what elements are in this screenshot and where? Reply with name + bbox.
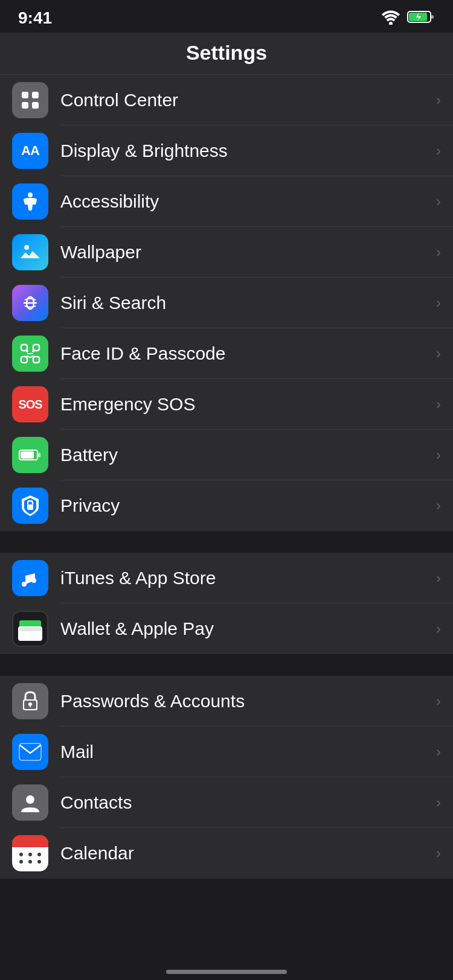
status-icons	[381, 9, 435, 27]
svg-rect-12	[21, 345, 27, 351]
svg-rect-13	[33, 345, 39, 351]
settings-row-passwords[interactable]: Passwords & Accounts ›	[0, 676, 453, 727]
display-brightness-label: Display & Brightness	[60, 141, 430, 161]
page-title: Settings	[186, 41, 267, 64]
svg-rect-15	[33, 357, 39, 363]
svg-rect-6	[22, 102, 28, 109]
settings-row-wallet[interactable]: Wallet & Apple Pay ›	[0, 603, 453, 654]
itunes-chevron: ›	[436, 570, 441, 587]
settings-row-display-brightness[interactable]: AA Display & Brightness ›	[0, 126, 453, 176]
emergency-sos-icon: SOS	[12, 386, 48, 422]
wallet-chevron: ›	[436, 620, 441, 637]
face-id-chevron: ›	[436, 345, 441, 362]
settings-row-accessibility[interactable]: Accessibility ›	[0, 176, 453, 227]
display-brightness-chevron: ›	[436, 142, 441, 159]
settings-row-wallpaper[interactable]: Wallpaper ›	[0, 227, 453, 278]
contacts-chevron: ›	[436, 794, 441, 811]
svg-rect-14	[21, 357, 27, 363]
contacts-icon	[12, 784, 48, 821]
settings-row-contacts[interactable]: Contacts ›	[0, 777, 453, 828]
svg-point-48	[28, 860, 32, 864]
svg-rect-3	[431, 15, 434, 19]
settings-row-mail[interactable]: Mail ›	[0, 727, 453, 777]
wallpaper-label: Wallpaper	[60, 242, 430, 262]
svg-point-9	[24, 245, 29, 250]
svg-point-8	[28, 192, 33, 197]
status-bar: 9:41	[0, 0, 453, 33]
display-brightness-icon: AA	[12, 133, 48, 169]
svg-rect-5	[32, 92, 39, 98]
nav-bar: Settings	[0, 33, 453, 75]
settings-group-3: Passwords & Accounts › Mail ›	[0, 676, 453, 879]
contacts-label: Contacts	[60, 792, 430, 813]
settings-group-2: iTunes & App Store › Wallet & Apple Pay …	[0, 553, 453, 654]
settings-row-emergency-sos[interactable]: SOS Emergency SOS ›	[0, 379, 453, 430]
control-center-icon	[12, 82, 48, 118]
battery-setting-icon	[12, 437, 48, 473]
status-time: 9:41	[18, 8, 52, 28]
settings-row-itunes[interactable]: iTunes & App Store ›	[0, 553, 453, 603]
wallet-label: Wallet & Apple Pay	[60, 619, 430, 639]
passwords-icon	[12, 683, 48, 719]
wallet-icon	[12, 611, 48, 647]
settings-row-calendar[interactable]: Calendar ›	[0, 828, 453, 879]
settings-row-control-center[interactable]: Control Center ›	[0, 75, 453, 126]
emergency-sos-label: Emergency SOS	[60, 394, 430, 415]
svg-rect-30	[19, 628, 41, 631]
calendar-chevron: ›	[436, 845, 441, 862]
svg-rect-22	[27, 504, 33, 510]
svg-point-47	[19, 860, 23, 864]
calendar-label: Calendar	[60, 843, 430, 864]
emergency-sos-chevron: ›	[436, 396, 441, 413]
face-id-label: Face ID & Passcode	[60, 343, 430, 364]
accessibility-chevron: ›	[436, 193, 441, 210]
settings-row-battery[interactable]: Battery ›	[0, 430, 453, 480]
face-id-icon	[12, 336, 48, 372]
svg-point-44	[19, 853, 23, 856]
svg-point-45	[28, 853, 32, 856]
privacy-chevron: ›	[436, 497, 441, 514]
siri-search-label: Siri & Search	[60, 293, 430, 313]
svg-rect-7	[32, 102, 39, 109]
mail-icon	[12, 734, 48, 770]
svg-point-49	[37, 860, 41, 864]
passwords-chevron: ›	[436, 693, 441, 710]
accessibility-icon	[12, 183, 48, 220]
settings-row-face-id[interactable]: Face ID & Passcode ›	[0, 328, 453, 379]
svg-rect-34	[30, 705, 31, 707]
svg-rect-43	[12, 840, 48, 847]
itunes-icon	[12, 560, 48, 596]
wallpaper-icon	[12, 234, 48, 270]
battery-label: Battery	[60, 445, 430, 465]
home-indicator	[166, 970, 287, 974]
settings-group-1: Control Center › AA Display & Brightness…	[0, 75, 453, 531]
svg-point-46	[37, 853, 41, 856]
privacy-label: Privacy	[60, 495, 430, 516]
svg-point-24	[31, 578, 36, 583]
mail-chevron: ›	[436, 743, 441, 760]
privacy-icon	[12, 488, 48, 524]
svg-point-17	[26, 350, 28, 352]
section-gap-1	[0, 531, 453, 553]
mail-label: Mail	[60, 742, 430, 762]
svg-rect-21	[38, 453, 40, 457]
section-gap-2	[0, 654, 453, 676]
passwords-label: Passwords & Accounts	[60, 691, 430, 711]
svg-point-18	[32, 350, 34, 352]
battery-chevron: ›	[436, 447, 441, 463]
svg-point-23	[22, 582, 27, 587]
svg-point-0	[389, 22, 393, 25]
wifi-icon	[381, 9, 401, 27]
itunes-label: iTunes & App Store	[60, 568, 430, 588]
calendar-icon	[12, 835, 48, 871]
siri-search-chevron: ›	[436, 294, 441, 311]
svg-rect-4	[22, 92, 28, 98]
battery-icon	[407, 10, 435, 27]
settings-row-privacy[interactable]: Privacy ›	[0, 480, 453, 531]
wallpaper-chevron: ›	[436, 244, 441, 261]
svg-rect-20	[21, 451, 34, 459]
accessibility-label: Accessibility	[60, 191, 430, 212]
settings-row-siri-search[interactable]: Siri & Search ›	[0, 278, 453, 328]
svg-point-39	[26, 795, 34, 804]
siri-icon	[12, 285, 48, 321]
